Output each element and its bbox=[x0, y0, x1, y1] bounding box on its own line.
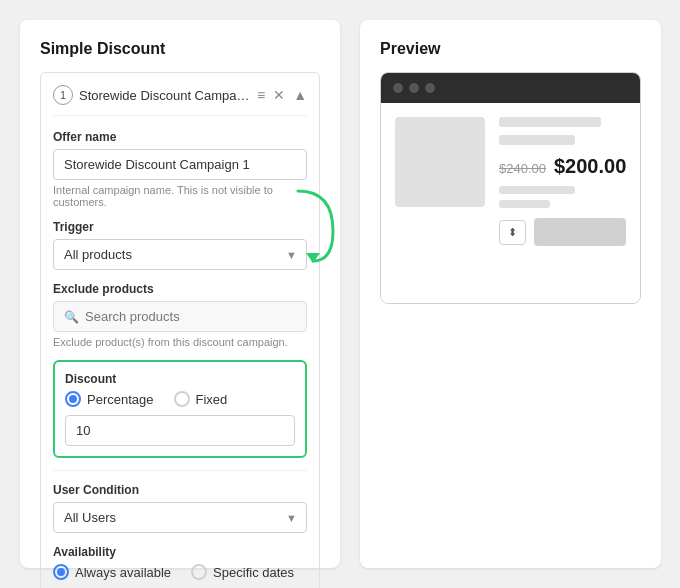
specific-dates-label: Specific dates bbox=[213, 565, 294, 580]
fixed-radio[interactable] bbox=[174, 391, 190, 407]
user-condition-group: User Condition All Users ▼ bbox=[53, 483, 307, 533]
discount-value-input[interactable] bbox=[65, 415, 295, 446]
trigger-group: Trigger All products ▼ bbox=[53, 220, 307, 270]
preview-title: Preview bbox=[380, 40, 641, 58]
discount-type-group: Percentage Fixed bbox=[65, 391, 295, 407]
user-condition-label: User Condition bbox=[53, 483, 307, 497]
browser-mockup: $240.00 $200.00 ⬍ bbox=[380, 72, 641, 304]
discounted-price: $200.00 bbox=[554, 155, 626, 178]
percentage-option[interactable]: Percentage bbox=[65, 391, 154, 407]
product-image bbox=[395, 117, 485, 207]
availability-label: Availability bbox=[53, 545, 307, 559]
left-panel: Simple Discount 1 Storewide Discount Cam… bbox=[20, 20, 340, 568]
exclude-label: Exclude products bbox=[53, 282, 307, 296]
exclude-products-group: Exclude products 🔍 Exclude product(s) fr… bbox=[53, 282, 307, 348]
qty-arrows-icon: ⬍ bbox=[508, 226, 517, 239]
search-input-wrapper[interactable]: 🔍 bbox=[53, 301, 307, 332]
percentage-label: Percentage bbox=[87, 392, 154, 407]
offer-name-input[interactable] bbox=[53, 149, 307, 180]
product-detail-line-2 bbox=[499, 200, 550, 208]
always-available-option[interactable]: Always available bbox=[53, 564, 171, 580]
always-available-label: Always available bbox=[75, 565, 171, 580]
offer-name-hint: Internal campaign name. This is not visi… bbox=[53, 184, 307, 208]
campaign-actions: ≡ ✕ ▲ bbox=[257, 87, 307, 103]
add-to-cart-button-mock bbox=[534, 218, 626, 246]
campaign-header: 1 Storewide Discount Campaign 1 ≡ ✕ ▲ bbox=[53, 85, 307, 116]
fixed-option[interactable]: Fixed bbox=[174, 391, 228, 407]
browser-content: $240.00 $200.00 ⬍ bbox=[381, 103, 640, 303]
campaign-number: 1 bbox=[53, 85, 73, 105]
trigger-select[interactable]: All products bbox=[53, 239, 307, 270]
offer-name-group: Offer name Internal campaign name. This … bbox=[53, 130, 307, 208]
percentage-radio[interactable] bbox=[65, 391, 81, 407]
search-icon: 🔍 bbox=[64, 310, 79, 324]
exclude-hint: Exclude product(s) from this discount ca… bbox=[53, 336, 307, 348]
specific-dates-option[interactable]: Specific dates bbox=[191, 564, 294, 580]
right-panel: Preview $240.00 $200.00 bbox=[360, 20, 661, 568]
user-condition-select[interactable]: All Users bbox=[53, 502, 307, 533]
original-price: $240.00 bbox=[499, 161, 546, 176]
chevron-up-icon[interactable]: ▲ bbox=[293, 87, 307, 103]
product-layout: $240.00 $200.00 ⬍ bbox=[395, 117, 626, 246]
trigger-select-wrapper: All products ▼ bbox=[53, 239, 307, 270]
browser-dot-2 bbox=[409, 83, 419, 93]
browser-dot-1 bbox=[393, 83, 403, 93]
close-icon[interactable]: ✕ bbox=[273, 87, 285, 103]
browser-dot-3 bbox=[425, 83, 435, 93]
search-products-input[interactable] bbox=[85, 309, 296, 324]
product-details: $240.00 $200.00 ⬍ bbox=[499, 117, 626, 246]
add-to-cart-row: ⬍ bbox=[499, 218, 626, 246]
divider bbox=[53, 470, 307, 471]
svg-marker-0 bbox=[306, 253, 320, 263]
trigger-label: Trigger bbox=[53, 220, 307, 234]
availability-options: Always available Specific dates bbox=[53, 564, 307, 580]
product-title-line bbox=[499, 117, 601, 127]
fixed-label: Fixed bbox=[196, 392, 228, 407]
menu-icon[interactable]: ≡ bbox=[257, 87, 265, 103]
product-subtitle-line bbox=[499, 135, 575, 145]
campaign-card: 1 Storewide Discount Campaign 1 ≡ ✕ ▲ Of… bbox=[40, 72, 320, 588]
qty-stepper[interactable]: ⬍ bbox=[499, 220, 526, 245]
discount-section: Discount Percentage Fixed bbox=[53, 360, 307, 458]
always-available-radio[interactable] bbox=[53, 564, 69, 580]
availability-group: Availability Always available Specific d… bbox=[53, 545, 307, 580]
panel-title: Simple Discount bbox=[40, 40, 320, 58]
product-price-row: $240.00 $200.00 bbox=[499, 155, 626, 178]
discount-label: Discount bbox=[65, 372, 295, 386]
campaign-name: Storewide Discount Campaign 1 bbox=[79, 88, 251, 103]
specific-dates-radio[interactable] bbox=[191, 564, 207, 580]
offer-name-label: Offer name bbox=[53, 130, 307, 144]
user-condition-select-wrapper: All Users ▼ bbox=[53, 502, 307, 533]
product-detail-line-1 bbox=[499, 186, 575, 194]
browser-toolbar bbox=[381, 73, 640, 103]
